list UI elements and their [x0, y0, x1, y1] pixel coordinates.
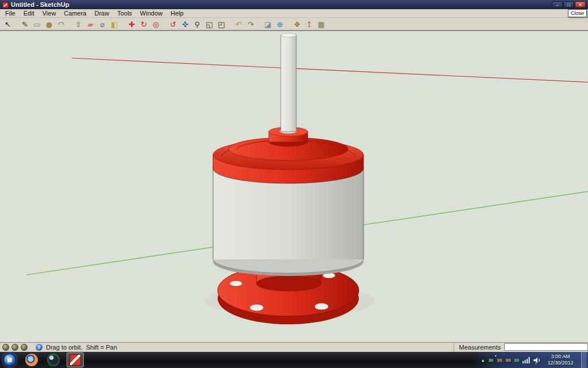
close-tooltip: Close — [568, 9, 587, 17]
tool-group-draw: ✎ ▭ ● ◠ — [19, 19, 67, 30]
taskbar-clock[interactable]: 3:00 AM 12/30/2012 — [544, 354, 577, 366]
zoom-extents-tool-icon[interactable]: ◰ — [215, 19, 227, 30]
screen: Untitled - SketchUp – □ ✕ Close File Edi… — [0, 0, 588, 368]
tray-expand-icon[interactable]: ▲ — [481, 358, 485, 362]
network-signal-icon[interactable] — [523, 357, 530, 363]
menu-help[interactable]: Help — [167, 9, 188, 18]
clock-date: 12/30/2012 — [544, 360, 577, 366]
zoom-window-tool-icon[interactable]: ◱ — [203, 19, 215, 30]
window-controls: – □ ✕ — [552, 1, 586, 8]
shaft-rod — [281, 33, 296, 132]
menu-view[interactable]: View — [38, 9, 60, 18]
menu-camera[interactable]: Camera — [60, 9, 90, 18]
menu-file[interactable]: File — [1, 9, 20, 18]
bolt-hole — [315, 303, 328, 310]
sketchup-logo-icon — [2, 2, 9, 8]
tray-sensor-value: 30 — [514, 358, 519, 363]
tool-group-extras: ◪ ⊕ — [262, 19, 286, 30]
rectangle-tool-icon[interactable]: ▭ — [31, 19, 43, 30]
tray-sensor-value: 30 — [488, 358, 493, 363]
push-pull-tool-icon[interactable]: ⇧ — [72, 19, 84, 30]
volume-speaker-icon[interactable] — [533, 357, 541, 363]
zoom-tool-icon[interactable]: ⚲ — [191, 19, 203, 30]
status-credits-icon[interactable] — [21, 344, 28, 351]
menu-draw[interactable]: Draw — [90, 9, 113, 18]
bolt-hole — [250, 304, 264, 311]
measurements-area: Measurements — [454, 342, 588, 352]
status-bar: ? Drag to orbit. Shift = Pan Measurement… — [0, 342, 588, 352]
red-axis-line — [72, 58, 588, 82]
components-icon[interactable]: ▦ — [315, 19, 327, 30]
measurements-label: Measurements — [459, 344, 501, 351]
pan-tool-icon[interactable]: ✜ — [179, 19, 191, 30]
paint-bucket-tool-icon[interactable]: ◧ — [109, 19, 121, 30]
menu-tools[interactable]: Tools — [113, 9, 136, 18]
add-location-icon[interactable]: ⊕ — [274, 19, 286, 30]
window-title: Untitled - SketchUp — [11, 1, 69, 8]
model-viewport[interactable] — [0, 30, 588, 342]
tool-bar: ↖ ✎ ▭ ● ◠ ⇧ ▰ ⌀ ◧ ✚ ↻ ◎ ↺ ✜ ⚲ ◱ ◰ ↶ ↷ — [0, 18, 588, 30]
menu-edit[interactable]: Edit — [20, 9, 38, 18]
show-desktop-button[interactable] — [581, 352, 586, 368]
clock-time: 3:00 AM — [544, 354, 577, 360]
rotate-tool-icon[interactable]: ↻ — [138, 19, 150, 30]
tray-sensor-value: 30 — [497, 358, 502, 363]
model-canvas[interactable] — [0, 30, 588, 342]
arc-tool-icon[interactable]: ◠ — [55, 19, 67, 30]
menu-bar: File Edit View Camera Draw Tools Window … — [0, 9, 588, 18]
move-tool-icon[interactable]: ✚ — [126, 19, 138, 30]
close-button[interactable]: ✕ — [575, 1, 586, 8]
tray-sensor-value: 30 — [505, 358, 510, 363]
get-models-icon[interactable]: ❖ — [291, 19, 303, 30]
next-view-icon[interactable]: ↷ — [245, 19, 257, 30]
maximize-button[interactable]: □ — [563, 1, 574, 8]
line-tool-icon[interactable]: ✎ — [19, 19, 31, 30]
sketchup-app-icon — [69, 354, 81, 366]
bolt-hole — [230, 281, 242, 286]
menu-window[interactable]: Window — [136, 9, 167, 18]
tool-group-views: ↶ ↷ — [233, 19, 257, 30]
tool-group-modify: ⇧ ▰ ⌀ ◧ — [72, 19, 121, 30]
share-model-icon[interactable]: ↥ — [303, 19, 315, 30]
start-button[interactable] — [3, 354, 16, 366]
status-geolocation-icon[interactable] — [2, 344, 9, 351]
select-tool-icon[interactable]: ↖ — [2, 19, 14, 30]
firefox-taskbar-icon[interactable] — [25, 354, 38, 366]
sketchup-taskbar-button-active[interactable] — [67, 352, 84, 367]
title-bar: Untitled - SketchUp – □ ✕ — [0, 0, 588, 9]
tape-measure-tool-icon[interactable]: ⌀ — [96, 19, 109, 30]
tool-group-select: ↖ — [2, 19, 14, 30]
windows-flag-icon — [7, 358, 13, 363]
measurements-input[interactable] — [504, 343, 588, 351]
section-plane-icon[interactable]: ◪ — [262, 19, 274, 30]
tool-group-transform: ✚ ↻ ◎ — [126, 19, 162, 30]
tool-group-warehouse: ❖ ↥ ▦ — [291, 19, 327, 30]
help-question-icon[interactable]: ? — [36, 344, 42, 351]
offset-tool-icon[interactable]: ◎ — [150, 19, 162, 30]
orbit-tool-icon[interactable]: ↺ — [167, 19, 179, 30]
circle-tool-icon[interactable]: ● — [43, 19, 55, 30]
minimize-button[interactable]: – — [552, 1, 563, 8]
steam-taskbar-icon[interactable] — [47, 354, 60, 366]
previous-view-icon[interactable]: ↶ — [233, 19, 245, 30]
eraser-tool-icon[interactable]: ▰ — [84, 19, 96, 30]
tool-group-camera: ↺ ✜ ⚲ ◱ ◰ — [167, 19, 227, 30]
windows-taskbar: ▲ 30 30 30 30 3:00 AM 12/30/2012 — [0, 352, 588, 368]
status-claim-model-icon[interactable] — [11, 344, 18, 351]
status-hint-text: Drag to orbit. Shift = Pan — [46, 344, 117, 351]
system-tray: ▲ 30 30 30 30 3:00 AM 12/30/2012 — [473, 352, 588, 368]
